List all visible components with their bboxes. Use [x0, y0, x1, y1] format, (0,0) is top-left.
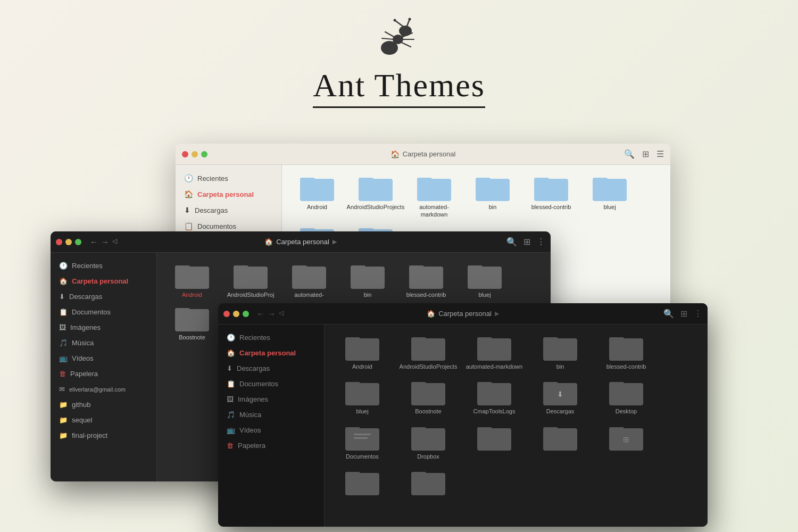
sidebar-item-recientes-darkest[interactable]: 🕐 Recientes — [218, 330, 324, 345]
view-icon-dark[interactable]: ⊞ — [523, 237, 530, 247]
folder-android-dark[interactable]: Android — [165, 261, 219, 298]
folder-blessed-light[interactable]: blessed-contrib — [525, 173, 578, 219]
sidebar-item-carpeta-darkest[interactable]: 🏠 Carpeta personal — [218, 345, 324, 361]
svg-rect-33 — [175, 265, 190, 270]
path-chevron-dark: ▶ — [332, 238, 337, 245]
carpeta-label-darkest: Carpeta personal — [239, 349, 296, 357]
minimize-button-dark[interactable] — [65, 239, 72, 245]
sidebar-item-videos-dark[interactable]: 📺 Vídeos — [51, 351, 156, 366]
sidebar-item-carpeta-dark[interactable]: 🏠 Carpeta personal — [51, 273, 156, 289]
folder-dropbox-darkest[interactable]: Dropbox — [399, 423, 458, 460]
menu-icon-darkest[interactable]: ⋮ — [694, 309, 702, 319]
forward-icon-darkest[interactable]: → — [268, 309, 276, 318]
folder-blessed-dark[interactable]: blessed-contrib — [400, 261, 453, 298]
folder-automated-dark[interactable]: automated- — [282, 261, 336, 298]
sidebar-item-recientes-light[interactable]: 🕐 Recientes — [176, 170, 281, 186]
sidebar-item-descargas-light[interactable]: ⬇ Descargas — [176, 202, 281, 218]
folder-bluej-darkest[interactable]: bluej — [333, 378, 392, 415]
musica-label-darkest: Música — [239, 411, 261, 419]
sidebar-item-imagenes-darkest[interactable]: 🖼 Imágenes — [218, 392, 324, 407]
folder-bluej-light[interactable]: bluej — [583, 173, 636, 219]
musica-label-dark: Música — [72, 339, 94, 347]
close-button-light[interactable] — [182, 151, 188, 157]
folder-name-automated-darkest: automated-markdown — [466, 363, 522, 370]
folder-name-boostnote-dark: Boostnote — [179, 334, 205, 341]
folder-row2-2-darkest[interactable] — [531, 423, 589, 460]
folder-automated-light[interactable]: automated-markdown — [408, 173, 461, 219]
sidebar-item-email-dark[interactable]: ✉ eliverlara@gmail.com — [51, 381, 156, 397]
folder-automated-darkest[interactable]: automated-markdown — [465, 333, 523, 370]
search-icon-darkest[interactable]: 🔍 — [663, 309, 674, 319]
folder-boostnote-dark[interactable]: Boostnote — [165, 304, 219, 341]
svg-rect-51 — [345, 337, 360, 342]
close-button-dark[interactable] — [56, 239, 62, 245]
panel-toggle-dark[interactable]: ◁ — [112, 237, 117, 246]
folder-row2-3-darkest[interactable]: ⊞ — [597, 423, 655, 460]
sidebar-item-documentos-darkest[interactable]: 📋 Documentos — [218, 376, 324, 392]
toolbar-dark: 🔍 ⊞ ⋮ — [506, 237, 545, 247]
back-icon-dark[interactable]: ← — [90, 237, 98, 246]
folder-row2-5-darkest[interactable] — [399, 468, 458, 497]
titlebar-dark: ← → ◁ 🏠 Carpeta personal ▶ 🔍 ⊞ ⋮ — [51, 231, 551, 253]
github-label-dark: github — [72, 401, 90, 409]
svg-text:⬇: ⬇ — [557, 390, 563, 398]
folder-androidstudio-light[interactable]: AndroidStudioProjects — [349, 173, 402, 219]
close-button-darkest[interactable] — [223, 311, 230, 317]
folder-boostnote-darkest[interactable]: Boostnote — [399, 378, 458, 415]
folder-bluej-dark[interactable]: bluej — [458, 261, 511, 298]
back-icon-darkest[interactable]: ← — [256, 309, 264, 318]
folder-bin-darkest[interactable]: bin — [531, 333, 589, 370]
folder-desktop-darkest[interactable]: Desktop — [597, 378, 655, 415]
sidebar-item-carpeta-light[interactable]: 🏠 Carpeta personal — [176, 186, 281, 202]
docs-icon-dark: 📋 — [59, 308, 68, 316]
minimize-button-light[interactable] — [192, 151, 198, 157]
menu-icon-dark[interactable]: ⋮ — [537, 237, 545, 247]
menu-icon-light[interactable]: ☰ — [656, 149, 664, 159]
maximize-button-darkest[interactable] — [243, 311, 249, 317]
folder-android-darkest[interactable]: Android — [333, 333, 392, 370]
svg-rect-38 — [351, 267, 385, 289]
sidebar-item-sequel-dark[interactable]: 📁 sequel — [51, 412, 156, 428]
search-icon-dark[interactable]: 🔍 — [506, 237, 517, 247]
sidebar-item-descargas-darkest[interactable]: ⬇ Descargas — [218, 361, 324, 376]
videos-label-darkest: Vídeos — [239, 426, 261, 434]
sidebar-item-papelera-darkest[interactable]: 🗑 Papelera — [218, 438, 324, 453]
folder-row2-1-darkest[interactable] — [465, 423, 523, 460]
minimize-button-darkest[interactable] — [233, 311, 239, 317]
forward-icon-dark[interactable]: → — [101, 237, 109, 246]
sidebar-item-finalproject-dark[interactable]: 📁 final-project — [51, 428, 156, 443]
sidebar-item-recientes-dark[interactable]: 🕐 Recientes — [51, 258, 156, 273]
folder-descargas-darkest[interactable]: ⬇ Descargas — [531, 378, 589, 415]
sidebar-item-musica-darkest[interactable]: 🎵 Música — [218, 407, 324, 422]
folder-cmaptools-darkest[interactable]: CmapToolsLogs — [465, 378, 523, 415]
folder-blessed-darkest[interactable]: blessed-contrib — [597, 333, 655, 370]
folder-androidstudio-dark[interactable]: AndroidStudioProj — [224, 261, 277, 298]
view-icon-darkest[interactable]: ⊞ — [680, 309, 687, 319]
search-icon-light[interactable]: 🔍 — [624, 149, 635, 159]
videos-icon-dark: 📺 — [59, 354, 68, 362]
maximize-button-dark[interactable] — [75, 239, 81, 245]
folder-documentos-darkest[interactable]: Documentos — [333, 423, 392, 460]
folder-bin-dark[interactable]: bin — [341, 261, 394, 298]
sidebar-item-musica-dark[interactable]: 🎵 Música — [51, 335, 156, 351]
maximize-button-light[interactable] — [201, 151, 207, 157]
sidebar-item-descargas-dark[interactable]: ⬇ Descargas — [51, 289, 156, 304]
sidebar-item-documentos-dark[interactable]: 📋 Documentos — [51, 304, 156, 320]
sidebar-item-papelera-dark[interactable]: 🗑 Papelera — [51, 366, 156, 381]
view-icon-light[interactable]: ⊞ — [642, 149, 649, 159]
svg-rect-43 — [468, 265, 483, 270]
traffic-lights-light — [182, 151, 207, 157]
folder-android-light[interactable]: Android — [290, 173, 344, 219]
svg-rect-45 — [175, 308, 190, 312]
svg-rect-19 — [417, 178, 432, 182]
folder-androidstudio-darkest[interactable]: AndroidStudioProjects — [399, 333, 458, 370]
panel-toggle-darkest[interactable]: ◁ — [279, 309, 284, 318]
folder-row2-4-darkest[interactable] — [333, 468, 392, 497]
sidebar-item-imagenes-dark[interactable]: 🖼 Imágenes — [51, 320, 156, 335]
svg-rect-57 — [543, 337, 558, 342]
sidebar-item-videos-darkest[interactable]: 📺 Vídeos — [218, 422, 324, 438]
folder-bin-light[interactable]: bin — [466, 173, 519, 219]
nav-dark: ← → ◁ — [90, 237, 117, 246]
svg-rect-61 — [345, 382, 360, 386]
sidebar-item-github-dark[interactable]: 📁 github — [51, 397, 156, 412]
